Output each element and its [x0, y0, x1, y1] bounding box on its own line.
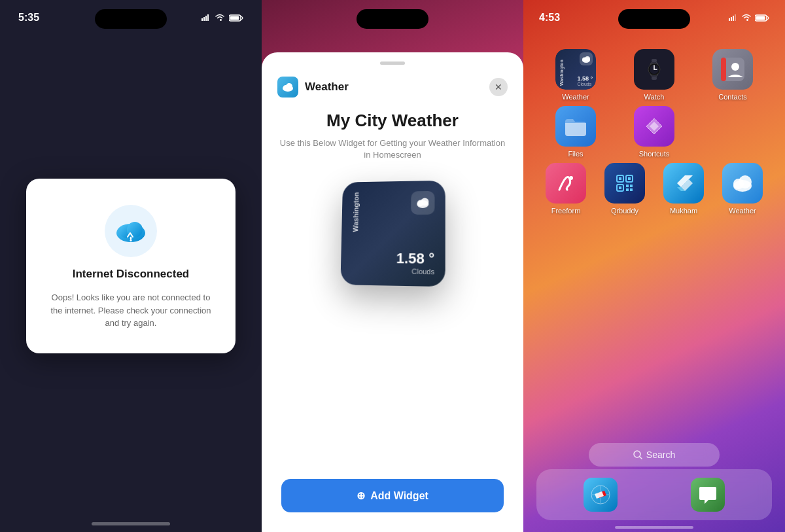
status-bar-p1: 5:35	[0, 12, 262, 24]
wifi-icon-p3	[741, 14, 752, 22]
dock-item-messages[interactable]	[682, 478, 733, 512]
app-icon-wrapper-files[interactable]: Files	[550, 106, 601, 158]
svg-rect-31	[652, 59, 657, 62]
wifi-icon	[215, 14, 225, 22]
search-bar[interactable]: Search	[589, 443, 720, 467]
panel2-widget-sheet: Weather ✕ My City Weather Use this Below…	[262, 0, 523, 532]
svg-point-25	[585, 56, 590, 62]
panel1-disconnected: 5:35 Internet D	[0, 0, 262, 532]
app-label-qrbuddy: Qrbuddy	[611, 207, 638, 215]
cloud-icon-weather2	[731, 174, 754, 192]
messages-icon-svg	[698, 486, 718, 504]
app-icon-wrapper-weather[interactable]: Washington 1.58 ° C	[550, 49, 601, 101]
add-widget-label: Add Widget	[370, 490, 428, 502]
dock	[536, 469, 772, 520]
files-icon-svg	[564, 116, 587, 136]
svg-point-36	[569, 176, 573, 180]
app-label-watch: Watch	[644, 93, 665, 101]
svg-rect-38	[619, 177, 621, 180]
widget-bottom: 1.58 ° Clouds	[351, 250, 434, 276]
app-label-weather2: Weather	[729, 207, 756, 215]
ww-cond-small: Clouds	[577, 82, 593, 86]
app-icon-wrapper-contacts[interactable]: Contacts	[707, 49, 758, 101]
search-text: Search	[646, 450, 675, 460]
ww-cloud	[580, 52, 593, 65]
cloud-icon-wrapper	[105, 205, 157, 257]
add-icon: ⊕	[357, 489, 365, 502]
flutter-icon-svg	[674, 173, 693, 194]
widget-sheet: Weather ✕ My City Weather Use this Below…	[262, 52, 523, 532]
svg-rect-34	[721, 58, 726, 81]
svg-rect-44	[630, 185, 633, 187]
disconnected-card: Internet Disconnected Oops! Looks like y…	[26, 179, 236, 353]
app-icon-wrapper-watch[interactable]: Watch	[629, 49, 680, 101]
dock-item-safari[interactable]	[575, 478, 626, 512]
svg-point-52	[739, 175, 752, 188]
home-indicator-p1	[92, 522, 170, 525]
app-icon-mukham[interactable]	[663, 163, 704, 204]
app-label-shortcuts: Shortcuts	[639, 150, 669, 158]
ww-temp-small: 1.58 °	[577, 76, 593, 82]
app-grid: Washington 1.58 ° C	[523, 43, 785, 226]
app-icon-wrapper-empty	[707, 106, 758, 158]
app-icon-wrapper-mukham[interactable]: Mukham	[658, 163, 709, 215]
add-widget-button[interactable]: ⊕ Add Widget	[281, 479, 504, 512]
status-icons-p3	[729, 14, 769, 22]
app-icon-wrapper-qrbuddy[interactable]: Qrbuddy	[599, 163, 650, 215]
svg-rect-46	[630, 188, 633, 191]
svg-rect-32	[652, 77, 657, 80]
app-icon-contacts[interactable]	[712, 49, 753, 90]
svg-rect-40	[628, 177, 631, 180]
disconnected-desc: Oops! Looks like you are not connected t…	[50, 291, 212, 330]
qrbuddy-icon-svg	[614, 173, 635, 194]
status-time-p1: 5:35	[18, 12, 39, 24]
app-icon-qrbuddy[interactable]	[604, 163, 645, 204]
widget-top-row: Washington	[352, 191, 435, 232]
app-icon-weather2[interactable]	[722, 163, 763, 204]
app-icon-freeform[interactable]	[546, 163, 586, 204]
dock-icon-messages[interactable]	[691, 478, 725, 512]
app-icon-files[interactable]	[555, 106, 596, 147]
widget-cloud-icon	[411, 191, 434, 215]
svg-point-10	[130, 239, 132, 241]
app-icon-wrapper-freeform[interactable]: Freeform	[540, 163, 591, 215]
widget-cloud-svg	[415, 197, 430, 209]
svg-rect-42	[619, 186, 621, 189]
svg-rect-1	[203, 17, 205, 21]
svg-line-54	[640, 457, 642, 459]
signal-icon-p3	[729, 14, 738, 21]
svg-rect-5	[230, 16, 239, 20]
app-row-3: Freeform	[536, 163, 772, 215]
safari-icon-svg	[591, 485, 610, 505]
sheet-app-name: Weather	[305, 80, 349, 94]
sheet-subtitle: Use this Below Widget for Getting your W…	[277, 137, 508, 161]
svg-rect-22	[756, 16, 765, 20]
sheet-close-button[interactable]: ✕	[489, 78, 508, 96]
app-icon-wrapper-shortcuts[interactable]: Shortcuts	[629, 106, 680, 158]
app-icon-weather-widget[interactable]: Washington 1.58 ° C	[555, 49, 596, 90]
signal-icon	[201, 14, 211, 21]
app-label-mukham: Mukham	[670, 207, 697, 215]
app-icon-shortcuts[interactable]	[634, 106, 674, 147]
ww-cloud-svg	[582, 56, 591, 63]
svg-rect-0	[201, 18, 203, 21]
svg-rect-19	[733, 16, 734, 21]
dock-icon-safari[interactable]	[584, 478, 618, 512]
ww-city: Washington	[559, 53, 564, 86]
ww-right: 1.58 ° Clouds	[577, 52, 593, 86]
svg-rect-43	[626, 185, 629, 187]
svg-rect-2	[205, 16, 207, 21]
svg-rect-20	[735, 14, 736, 21]
svg-rect-3	[207, 14, 209, 21]
app-icon-watch[interactable]	[634, 49, 674, 90]
weather-cloud-icon	[281, 82, 294, 92]
svg-rect-18	[731, 17, 732, 21]
weather-app-icon	[277, 77, 298, 98]
sheet-handle	[380, 62, 405, 65]
app-label-freeform: Freeform	[551, 207, 581, 215]
contacts-icon-svg	[721, 58, 744, 81]
search-icon	[633, 450, 642, 459]
battery-icon	[229, 14, 243, 22]
weather-widget-large: Washington 1.58 ° C	[555, 49, 596, 90]
app-icon-wrapper-weather2[interactable]: Weather	[717, 163, 768, 215]
